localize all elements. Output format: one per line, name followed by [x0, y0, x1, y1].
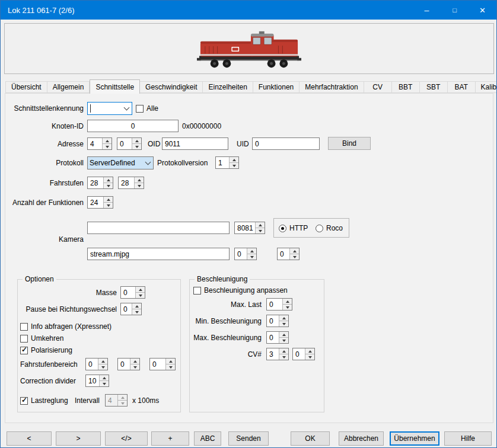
oid-input[interactable]: 9011 [162, 137, 228, 150]
fahrstufen-spinner-2[interactable]: 28 [118, 177, 144, 189]
lastreglung-checkbox[interactable]: Lastreglung [20, 396, 68, 405]
tab-schnittstelle[interactable]: Schnittstelle [90, 79, 140, 94]
fahrstufenbereich-spinner-3[interactable]: 0 [149, 358, 176, 370]
iface-combobox[interactable] [87, 102, 132, 115]
tab-einzelheiten[interactable]: Einzelheiten [203, 81, 253, 93]
spinner-up-icon[interactable] [230, 157, 238, 163]
close-button[interactable]: ✕ [469, 1, 496, 20]
uebernehmen-button[interactable]: Übernehmen [390, 431, 439, 446]
tab-kalibrieren[interactable]: Kalibrieren [476, 81, 497, 93]
cv-spinner-2[interactable]: 0 [292, 348, 315, 360]
min-beschleunigung-spinner[interactable]: 0 [266, 315, 289, 327]
spinner-up-icon[interactable] [103, 138, 111, 144]
spinner-up-icon[interactable] [136, 287, 145, 293]
polarisierung-checkbox-box[interactable] [20, 347, 28, 354]
spinner-up-icon[interactable] [279, 315, 288, 321]
spinner-down-icon[interactable] [166, 364, 175, 370]
minimize-button[interactable]: – [413, 1, 441, 20]
tab-allgemein[interactable]: Allgemein [47, 81, 90, 93]
spinner-down-icon[interactable] [256, 228, 265, 233]
code-button[interactable]: </> [105, 431, 148, 446]
spinner-down-icon[interactable] [230, 163, 238, 168]
umkehren-checkbox[interactable]: Umkehren [20, 334, 63, 343]
spinner-down-icon[interactable] [305, 354, 314, 360]
bind-button[interactable]: Bind [328, 137, 371, 150]
alle-checkbox[interactable]: Alle [136, 104, 158, 113]
tab-sbt[interactable]: SBT [420, 81, 448, 93]
fahrstufenbereich-spinner-2[interactable]: 0 [117, 358, 140, 370]
umkehren-checkbox-box[interactable] [20, 335, 28, 343]
chevron-down-icon[interactable] [122, 103, 132, 114]
tab-bbt[interactable]: BBT [392, 81, 420, 93]
title-bar[interactable]: Lok 211 061-7 (2/6) – □ ✕ [1, 1, 496, 20]
spinner-up-icon[interactable] [247, 248, 256, 254]
funktionen-spinner[interactable]: 24 [87, 196, 113, 209]
spinner-up-icon[interactable] [130, 359, 139, 364]
masse-spinner[interactable]: 0 [120, 286, 145, 299]
max-beschleunigung-spinner[interactable]: 0 [266, 331, 289, 344]
spinner-down-icon[interactable] [132, 144, 141, 149]
max-last-spinner[interactable]: 0 [266, 298, 292, 311]
kamera-y-spinner[interactable]: 0 [277, 248, 300, 260]
abc-button[interactable]: ABC [194, 431, 221, 446]
beschleunigung-anpassen-checkbox-box[interactable] [193, 287, 201, 295]
cv-spinner-1[interactable]: 3 [266, 348, 289, 360]
tab-bat[interactable]: BAT [448, 81, 476, 93]
spinner-down-icon[interactable] [100, 381, 109, 386]
fahrstufenbereich-spinner-1[interactable]: 0 [85, 358, 108, 370]
protokoll-combobox[interactable]: ServerDefined [87, 156, 154, 169]
spinner-up-icon[interactable] [283, 299, 292, 305]
spinner-up-icon[interactable] [166, 359, 175, 364]
spinner-up-icon[interactable] [104, 177, 113, 183]
spinner-down-icon[interactable] [136, 293, 145, 298]
tab-geschwindigkeit[interactable]: Geschwindigkeit [140, 81, 203, 93]
alle-checkbox-box[interactable] [136, 105, 144, 113]
http-radio[interactable]: HTTP [279, 224, 308, 232]
spinner-down-icon[interactable] [279, 338, 288, 343]
spinner-down-icon[interactable] [104, 203, 113, 208]
adresse-spinner-2[interactable]: 0 [117, 137, 142, 150]
spinner-down-icon[interactable] [279, 321, 288, 327]
kamera-url-input[interactable] [87, 222, 230, 234]
spinner-down-icon[interactable] [104, 183, 113, 188]
spinner-up-icon[interactable] [279, 332, 288, 338]
protokollversion-spinner[interactable]: 1 [215, 156, 239, 169]
spinner-down-icon[interactable] [279, 354, 288, 360]
spinner-down-icon[interactable] [103, 144, 111, 149]
plus-button[interactable]: + [151, 431, 189, 446]
next-button[interactable]: > [56, 431, 101, 446]
spinner-up-icon[interactable] [279, 348, 288, 354]
hilfe-button[interactable]: Hilfe [444, 431, 492, 446]
polarisierung-checkbox[interactable]: Polarisierung [20, 346, 72, 354]
spinner-down-icon[interactable] [247, 254, 256, 260]
spinner-down-icon[interactable] [135, 183, 144, 188]
tab-uebersicht[interactable]: Übersicht [5, 81, 47, 93]
abbrechen-button[interactable]: Abbrechen [339, 431, 384, 446]
spinner-up-icon[interactable] [132, 303, 141, 309]
spinner-down-icon[interactable] [283, 305, 292, 310]
spinner-down-icon[interactable] [132, 309, 141, 315]
kamera-x-spinner[interactable]: 0 [234, 248, 257, 260]
tab-cv[interactable]: CV [364, 81, 392, 93]
maximize-button[interactable]: □ [441, 1, 469, 20]
ok-button[interactable]: OK [291, 431, 330, 446]
info-abfragen-checkbox[interactable]: Info abfragen (Xpressnet) [20, 322, 111, 331]
beschleunigung-anpassen-checkbox[interactable]: Beschleunigung anpassen [193, 286, 288, 295]
chevron-down-icon[interactable] [143, 157, 153, 169]
kamera-stream-input[interactable]: stream.mjpg [87, 248, 230, 260]
lastreglung-checkbox-box[interactable] [20, 397, 28, 405]
roco-radio-circle[interactable] [316, 225, 323, 232]
spinner-up-icon[interactable] [256, 222, 265, 228]
knoten-input[interactable]: 0 [87, 120, 179, 132]
info-abfragen-checkbox-box[interactable] [20, 323, 28, 331]
spinner-down-icon[interactable] [130, 364, 139, 370]
uid-input[interactable]: 0 [252, 137, 320, 150]
spinner-down-icon[interactable] [290, 254, 299, 260]
spinner-up-icon[interactable] [290, 248, 299, 254]
tab-mehrfachtraktion[interactable]: Mehrfachtraktion [300, 81, 364, 93]
tab-funktionen[interactable]: Funktionen [253, 81, 300, 93]
kamera-port-spinner[interactable]: 8081 [234, 222, 265, 234]
spinner-up-icon[interactable] [135, 177, 144, 183]
fahrstufen-spinner[interactable]: 28 [87, 177, 113, 189]
pause-spinner[interactable]: 0 [120, 303, 142, 315]
